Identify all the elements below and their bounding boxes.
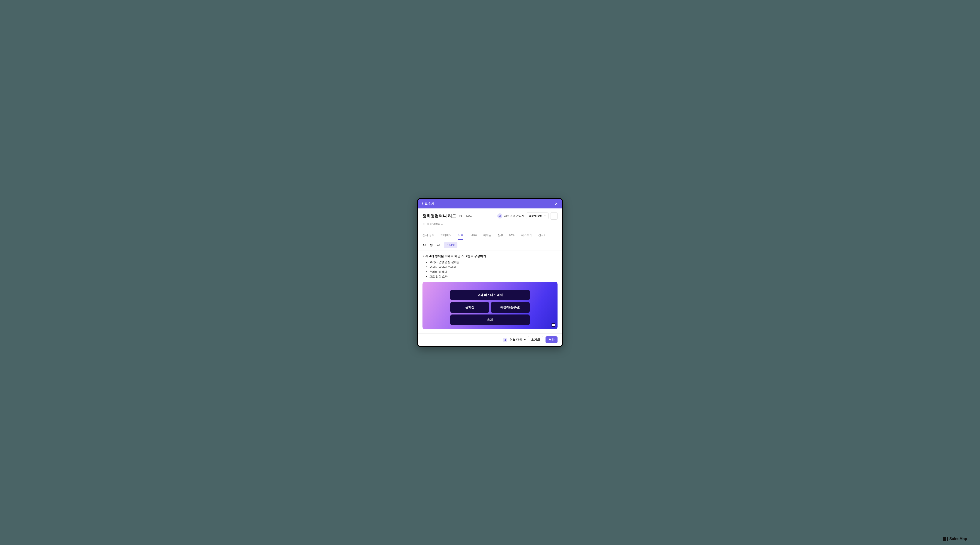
tab-history[interactable]: 히스토리 xyxy=(521,231,532,240)
plus-icon: + xyxy=(437,243,439,247)
followers-label: 팔로워 0명 xyxy=(528,214,542,218)
link-target-select[interactable]: 연결 대상 xyxy=(509,338,526,342)
close-button[interactable] xyxy=(554,202,558,206)
diagram-card-top: 고객 비즈니스 과제 xyxy=(450,290,530,300)
lead-header: 정희영컴퍼니 리드 New 세 세일즈맵 관리자 팔로워 0명 ⋯ xyxy=(418,208,562,228)
svg-rect-0 xyxy=(423,223,425,226)
close-icon xyxy=(554,202,558,206)
diagram-row-mid: 문제점 해결책(솔루션) xyxy=(450,302,530,313)
snippet-button[interactable]: 스니펫 xyxy=(444,242,457,248)
paragraph-button[interactable]: ¶⠇ xyxy=(430,243,433,247)
tab-email[interactable]: 이메일 xyxy=(483,231,492,240)
text-style-button[interactable]: A⠇ xyxy=(423,243,426,247)
list-item: 우리의 해결책 xyxy=(430,270,557,274)
tool-dropdown-icon: ⠇ xyxy=(439,244,440,246)
followers-button[interactable]: 팔로워 0명 xyxy=(526,213,549,219)
open-external-icon[interactable] xyxy=(459,214,462,218)
list-item: 그로 인한 효과 xyxy=(430,274,557,279)
diagram-card-left: 문제점 xyxy=(450,302,489,313)
lead-detail-modal: 리드 상세 정희영컴퍼니 리드 New 세 세일즈맵 관리자 팔로워 0명 xyxy=(417,198,563,347)
tool-dropdown-icon: ⠇ xyxy=(432,244,433,246)
lead-title: 정희영컴퍼니 리드 xyxy=(423,213,456,219)
insert-button[interactable]: +⠇ xyxy=(437,243,440,247)
brand-name: SalesMap xyxy=(949,537,967,541)
diagram-row-top: 고객 비즈니스 과제 xyxy=(450,290,530,300)
owner-block: 세 세일즈맵 관리자 팔로워 0명 ⋯ xyxy=(497,212,557,219)
tab-detail[interactable]: 상세 정보 xyxy=(423,231,434,240)
note-heading: 아래 4개 항목을 토대로 제안 스크립트 구성하기 xyxy=(423,254,557,258)
company-row[interactable]: 정희영컴퍼니 xyxy=(423,222,557,226)
owner-name: 세일즈맵 관리자 xyxy=(504,214,525,218)
company-name: 정희영컴퍼니 xyxy=(427,222,444,226)
tab-quote[interactable]: 견적서 xyxy=(538,231,547,240)
reset-button[interactable]: 초기화 xyxy=(528,336,543,343)
link-target-label: 연결 대상 xyxy=(509,338,522,342)
list-item: 고객사 경영 관점 문제점 xyxy=(430,260,557,265)
diagram-block: 고객 비즈니스 과제 문제점 해결책(솔루션) 효과 xyxy=(423,282,557,329)
tab-attachment[interactable]: 첨부 xyxy=(498,231,503,240)
building-icon xyxy=(423,222,425,226)
owner-avatar: 세 xyxy=(497,213,503,219)
text-style-icon: A xyxy=(423,243,425,247)
tab-activity[interactable]: 액티비티 xyxy=(441,231,452,240)
modal-header: 리드 상세 xyxy=(418,199,562,208)
more-menu-button[interactable]: ⋯ xyxy=(550,212,557,219)
modal-footer: 2 연결 대상 초기화 저장 xyxy=(418,333,562,346)
editor-toolbar: A⠇ ¶⠇ +⠇ 스니펫 xyxy=(418,240,562,250)
diagram-card-bottom: 효과 xyxy=(450,315,530,325)
status-badge: New xyxy=(466,214,472,218)
diagram-options-icon[interactable] xyxy=(552,323,555,327)
diagram-card-right: 해결책(솔루션) xyxy=(491,302,530,313)
diagram-row-bottom: 효과 xyxy=(450,315,530,325)
tab-todo[interactable]: TODO xyxy=(469,231,477,240)
save-button[interactable]: 저장 xyxy=(546,336,557,343)
chevron-down-icon xyxy=(544,215,546,217)
dots-icon: ⋯ xyxy=(552,214,556,218)
triangle-down-icon xyxy=(523,339,526,340)
tab-note[interactable]: 노트 xyxy=(458,231,463,240)
list-item: 고객사 담당자 문제점 xyxy=(430,265,557,269)
tabs: 상세 정보 액티비티 노트 TODO 이메일 첨부 SMS 히스토리 견적서 xyxy=(418,231,562,240)
tool-dropdown-icon: ⠇ xyxy=(425,244,426,246)
lead-title-row: 정희영컴퍼니 리드 New 세 세일즈맵 관리자 팔로워 0명 ⋯ xyxy=(423,212,557,219)
note-editor[interactable]: 아래 4개 항목을 토대로 제안 스크립트 구성하기 고객사 경영 관점 문제점… xyxy=(418,250,562,333)
brand-watermark: SalesMap xyxy=(943,537,967,541)
modal-title: 리드 상세 xyxy=(422,202,434,206)
link-count-badge: 2 xyxy=(503,338,508,342)
tab-sms[interactable]: SMS xyxy=(509,231,515,240)
note-bullet-list: 고객사 경영 관점 문제점 고객사 담당자 문제점 우리의 해결책 그로 인한 … xyxy=(423,260,557,279)
brand-logo-icon xyxy=(943,537,948,541)
paragraph-icon: ¶ xyxy=(430,243,432,247)
modal-content: 정희영컴퍼니 리드 New 세 세일즈맵 관리자 팔로워 0명 ⋯ xyxy=(418,208,562,346)
